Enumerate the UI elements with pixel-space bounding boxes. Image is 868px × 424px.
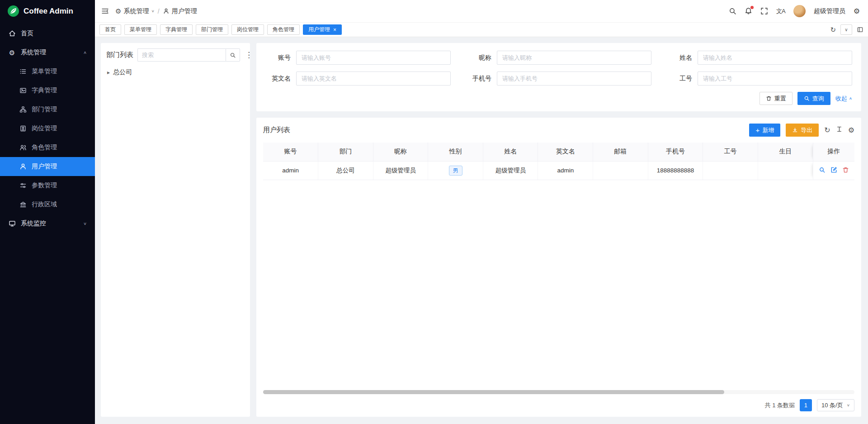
tab-role-mgmt[interactable]: 角色管理 bbox=[267, 24, 300, 35]
app-root: Coffee Admin 首页 ⚙ 系统管理 ∧ 菜单管理 bbox=[0, 0, 868, 424]
tab-dict-mgmt[interactable]: 字典管理 bbox=[160, 24, 193, 35]
sidebar-item-region[interactable]: 行政区域 bbox=[0, 195, 95, 214]
collapse-label: 收起 bbox=[835, 95, 847, 103]
tab-dept-mgmt[interactable]: 部门管理 bbox=[196, 24, 228, 35]
filter-grid: 账号 昵称 姓名 英文名 bbox=[265, 51, 852, 86]
department-search-input[interactable] bbox=[137, 48, 226, 62]
menu-fold-icon[interactable] bbox=[101, 7, 109, 15]
filter-actions: 重置 查询 收起 ∧ bbox=[265, 92, 852, 105]
view-icon[interactable] bbox=[819, 167, 826, 173]
export-button[interactable]: 导出 bbox=[786, 124, 819, 137]
sidebar-group-label: 系统监控 bbox=[21, 219, 46, 228]
plus-icon: + bbox=[755, 127, 760, 133]
notification-bell-icon[interactable] bbox=[745, 7, 752, 15]
sidebar-item-label: 菜单管理 bbox=[32, 67, 57, 76]
tab-label: 角色管理 bbox=[273, 26, 294, 33]
job-no-input[interactable] bbox=[698, 71, 852, 86]
settings-gear-icon[interactable]: ⚙ bbox=[854, 7, 860, 15]
col-phone[interactable]: 手机号 bbox=[648, 143, 703, 161]
tab-menu-mgmt[interactable]: 菜单管理 bbox=[124, 24, 157, 35]
page-button-1[interactable]: 1 bbox=[800, 399, 812, 411]
tab-label: 岗位管理 bbox=[237, 26, 259, 33]
sidebar-item-role-mgmt[interactable]: 角色管理 bbox=[0, 138, 95, 157]
department-panel: 部门列表 ⋮ ▸ 总公司 bbox=[101, 43, 250, 417]
delete-icon[interactable] bbox=[842, 167, 849, 173]
app-title: Coffee Admin bbox=[24, 7, 73, 16]
edit-icon[interactable] bbox=[830, 167, 837, 173]
notification-badge bbox=[750, 6, 754, 9]
sidebar-item-dict-mgmt[interactable]: 字典管理 bbox=[0, 81, 95, 100]
people-icon bbox=[19, 144, 27, 152]
search-button[interactable]: 查询 bbox=[797, 92, 830, 105]
tab-label: 用户管理 bbox=[308, 26, 330, 33]
col-gender[interactable]: 性别 bbox=[428, 143, 483, 161]
tab-dropdown-button[interactable]: ∨ bbox=[840, 24, 852, 35]
search-icon[interactable] bbox=[729, 7, 736, 15]
page-size-value: 10 条/页 bbox=[821, 401, 843, 410]
department-panel-header: 部门列表 ⋮ bbox=[106, 48, 245, 62]
person-icon bbox=[163, 8, 170, 14]
sidebar: Coffee Admin 首页 ⚙ 系统管理 ∧ 菜单管理 bbox=[0, 0, 95, 424]
sidebar-item-label: 字典管理 bbox=[32, 86, 57, 95]
filter-field-phone: 手机号 bbox=[466, 71, 651, 86]
col-account[interactable]: 账号 bbox=[263, 143, 318, 161]
tree-node-root[interactable]: ▸ 总公司 bbox=[106, 67, 245, 78]
more-options-icon[interactable]: ⋮ bbox=[244, 50, 254, 60]
refresh-icon[interactable]: ↻ bbox=[830, 26, 836, 34]
sidebar-item-home[interactable]: 首页 bbox=[0, 24, 95, 43]
org-chart-icon bbox=[19, 106, 27, 114]
sidebar-item-param-mgmt[interactable]: 参数管理 bbox=[0, 176, 95, 195]
cell-email bbox=[593, 161, 648, 180]
col-job-no[interactable]: 工号 bbox=[703, 143, 758, 161]
breadcrumb-label: 用户管理 bbox=[172, 7, 197, 15]
sidebar-group-system-mgmt[interactable]: ⚙ 系统管理 ∧ bbox=[0, 43, 95, 62]
refresh-icon[interactable]: ↻ bbox=[824, 126, 830, 134]
tab-user-mgmt[interactable]: 用户管理 × bbox=[303, 24, 342, 35]
department-search bbox=[137, 48, 240, 62]
table-row[interactable]: admin 总公司 超级管理员 男 超级管理员 admin 1888888888… bbox=[263, 161, 854, 180]
nickname-input[interactable] bbox=[497, 51, 651, 65]
avatar[interactable] bbox=[793, 5, 806, 17]
gear-icon: ⚙ bbox=[115, 8, 121, 14]
en-name-input[interactable] bbox=[296, 71, 451, 86]
pagination: 共 1 条数据 1 10 条/页 ∨ bbox=[263, 399, 854, 411]
col-name[interactable]: 姓名 bbox=[483, 143, 538, 161]
page-size-select[interactable]: 10 条/页 ∨ bbox=[817, 399, 854, 411]
sidebar-item-label: 岗位管理 bbox=[32, 124, 57, 133]
sidebar-group-system-monitor[interactable]: 系统监控 ∨ bbox=[0, 214, 95, 233]
department-search-button[interactable] bbox=[226, 48, 240, 62]
current-user-name[interactable]: 超级管理员 bbox=[814, 7, 845, 15]
phone-input[interactable] bbox=[497, 71, 651, 86]
account-input[interactable] bbox=[296, 51, 451, 65]
col-nickname[interactable]: 昵称 bbox=[373, 143, 428, 161]
tab-home[interactable]: 首页 bbox=[99, 24, 121, 35]
scrollbar-thumb[interactable] bbox=[263, 390, 724, 394]
collapse-filter-link[interactable]: 收起 ∧ bbox=[835, 95, 852, 103]
translate-icon[interactable]: 文A bbox=[776, 7, 785, 15]
add-user-button[interactable]: + 新增 bbox=[749, 124, 780, 137]
content: 部门列表 ⋮ ▸ 总公司 bbox=[95, 37, 868, 424]
caret-right-icon[interactable]: ▸ bbox=[107, 69, 110, 76]
column-settings-gear-icon[interactable]: ⚙ bbox=[848, 126, 854, 134]
col-birthday[interactable]: 生日 bbox=[758, 143, 813, 161]
sidebar-item-dept-mgmt[interactable]: 部门管理 bbox=[0, 100, 95, 119]
col-dept[interactable]: 部门 bbox=[318, 143, 373, 161]
breadcrumb-item-user[interactable]: 用户管理 bbox=[163, 7, 197, 15]
col-email[interactable]: 邮箱 bbox=[593, 143, 648, 161]
sidebar-item-user-mgmt[interactable]: 用户管理 bbox=[0, 157, 95, 176]
sidebar-item-post-mgmt[interactable]: 岗位管理 bbox=[0, 119, 95, 138]
tab-close-icon[interactable]: × bbox=[333, 27, 336, 33]
sidebar-item-menu-mgmt[interactable]: 菜单管理 bbox=[0, 62, 95, 81]
col-en-name[interactable]: 英文名 bbox=[538, 143, 593, 161]
reset-button[interactable]: 重置 bbox=[760, 92, 793, 105]
sidebar-item-label: 行政区域 bbox=[32, 200, 57, 209]
layout-icon[interactable] bbox=[857, 26, 863, 33]
filter-card: 账号 昵称 姓名 英文名 bbox=[256, 43, 861, 111]
user-list-card: 用户列表 + 新增 导出 ↻ bbox=[256, 118, 861, 417]
horizontal-scrollbar[interactable] bbox=[263, 390, 854, 394]
tab-post-mgmt[interactable]: 岗位管理 bbox=[231, 24, 264, 35]
density-icon[interactable] bbox=[836, 126, 843, 134]
breadcrumb-item-system[interactable]: ⚙ 系统管理 ∨ bbox=[115, 7, 155, 15]
fullscreen-icon[interactable] bbox=[760, 7, 768, 15]
name-input[interactable] bbox=[698, 51, 852, 65]
